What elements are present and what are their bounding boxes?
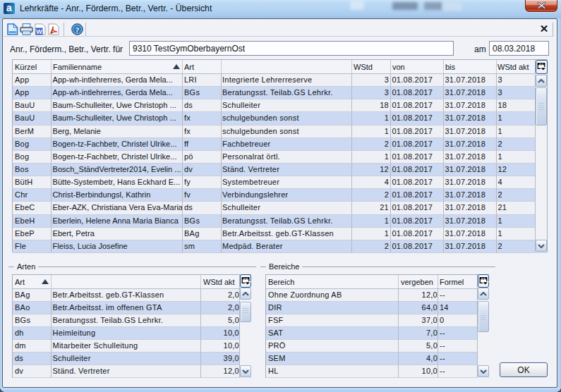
svg-text:?: ? bbox=[76, 25, 80, 34]
svg-text:W: W bbox=[36, 28, 42, 35]
